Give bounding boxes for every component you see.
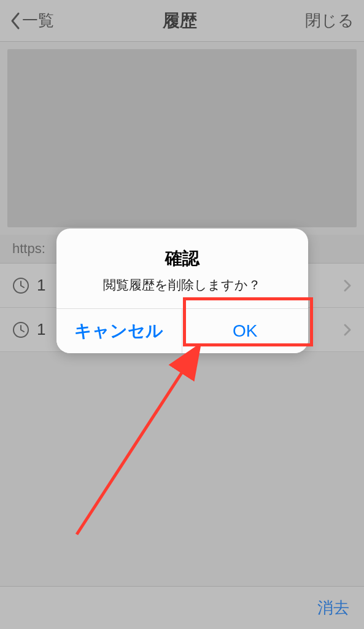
dialog-message: 閲覧履歴を削除しますか？ (69, 276, 296, 294)
confirm-dialog: 確認 閲覧履歴を削除しますか？ キャンセル OK (56, 229, 308, 353)
dialog-content: 確認 閲覧履歴を削除しますか？ (56, 229, 308, 308)
dialog-title: 確認 (69, 247, 296, 270)
ok-button[interactable]: OK (182, 309, 308, 353)
dialog-buttons: キャンセル OK (56, 308, 308, 353)
cancel-button[interactable]: キャンセル (56, 309, 183, 353)
modal-overlay: 確認 閲覧履歴を削除しますか？ キャンセル OK (0, 0, 364, 629)
